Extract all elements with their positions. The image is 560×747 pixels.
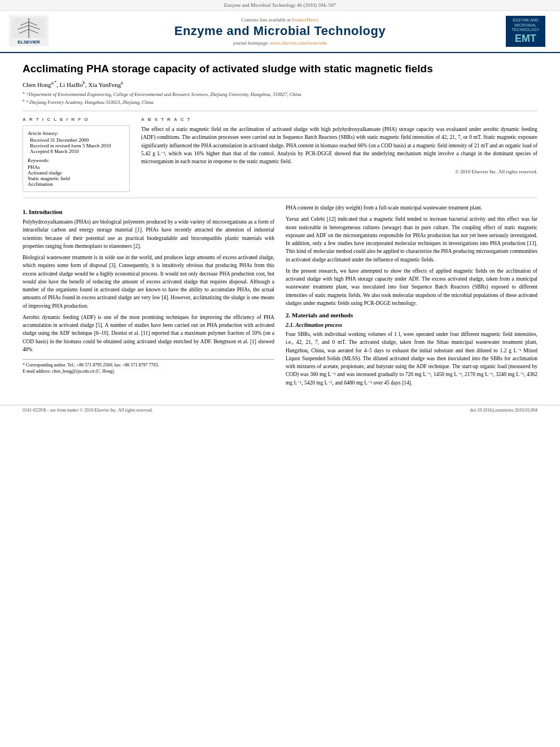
section1-para4-right: PHA content in sludge (dry weight) from … [286, 204, 537, 212]
abstract-col: A B S T R A C T The effect of a static m… [141, 117, 537, 192]
section2-1-heading: 2.1. Acclimation process [286, 322, 537, 328]
journal-header: ELSEVIER Contents lists available at Sci… [0, 11, 560, 53]
doi-line: doi:10.1016/j.enzmictec.2010.03.004 [470, 408, 537, 413]
bottom-bar: 0141-0229/$ – see front matter © 2010 El… [0, 405, 560, 415]
keyword-0: PHAs [28, 164, 125, 170]
keywords-label: Keywords: [28, 158, 125, 163]
keyword-1: Activated sludge [28, 170, 125, 176]
abstract-label: A B S T R A C T [141, 117, 537, 122]
abstract-text: The effect of a static magnetic field on… [141, 125, 537, 165]
contents-line: Contents lists available at ScienceDirec… [54, 17, 506, 23]
received-date: Received 31 December 2009 [30, 137, 125, 143]
footnote1: * Corresponding author. Tel.: +86 571 87… [23, 362, 274, 368]
keyword-3: Acclimation [28, 181, 125, 187]
article-divider [23, 111, 537, 111]
section1-para5-right: Yavuz and Celebi [12] indicated that a m… [286, 215, 537, 264]
affiliation-a: a ᵃ Department of Environmental Engineer… [23, 90, 537, 97]
emt-abbr: EMT [515, 33, 536, 45]
elsevier-logo-container: ELSEVIER [9, 15, 54, 47]
section1-para3: Aerobic dynamic feeding (ADF) is one of … [23, 313, 274, 353]
elsevier-logo-icon: ELSEVIER [9, 15, 49, 46]
emt-logo-container: ENZYME ANDMICROBIALTECHNOLOGY EMT [506, 16, 551, 47]
article-content: Acclimating PHA storage capacity of acti… [0, 53, 560, 399]
footnote-divider [23, 359, 274, 360]
journal-title: Enzyme and Microbial Technology [54, 24, 506, 38]
article-title: Acclimating PHA storage capacity of acti… [23, 62, 537, 76]
body-section: 1. Introduction Polyhydroxyalkanoates (P… [23, 204, 537, 390]
article-info-box: Article history: Received 31 December 20… [23, 125, 130, 192]
article-history-label: Article history: [28, 130, 125, 136]
article-info-col: A R T I C L E I N F O Article history: R… [23, 117, 130, 192]
keywords-group: Keywords: PHAs Activated sludge Static m… [28, 158, 125, 187]
svg-text:ELSEVIER: ELSEVIER [18, 40, 40, 45]
issn-line: 0141-0229/$ – see front matter © 2010 El… [23, 408, 153, 413]
keyword-2: Static magnetic field [28, 176, 125, 181]
article-info-label: A R T I C L E I N F O [23, 117, 130, 122]
copyright-line: © 2010 Elsevier Inc. All rights reserved… [141, 169, 537, 174]
emt-logo-icon: ENZYME ANDMICROBIALTECHNOLOGY EMT [506, 16, 545, 47]
author-chen: Chen Honga,*, Li HaiBob, Xia YunFenga [23, 81, 123, 88]
sciencedirect-link[interactable]: ScienceDirect [292, 17, 319, 23]
revised-date: Received in revised form 5 March 2010 [30, 143, 125, 148]
section1-para1: Polyhydroxyalkanoates (PHAs) are biologi… [23, 218, 274, 250]
info-abstract-section: A R T I C L E I N F O Article history: R… [23, 117, 537, 192]
section1-para6-right: In the present research, we have attempt… [286, 267, 537, 307]
affiliation-b: b ᵇ Zhejiang Forestry Academy, Hangzhou … [23, 98, 537, 105]
section2-heading: 2. Materials and methods [286, 312, 537, 318]
page-wrapper: Enzyme and Microbial Technology 46 (2010… [0, 0, 560, 747]
section2-1-para: Four SBRs, with individual working volum… [286, 330, 537, 387]
journal-homepage: journal homepage: www.elsevier.com/locat… [54, 40, 506, 46]
article-history-group: Article history: Received 31 December 20… [28, 130, 125, 154]
journal-citation: Enzyme and Microbial Technology 46 (2010… [224, 2, 336, 8]
section1-para2: Biological wastewater treatment is in wi… [23, 254, 274, 310]
section1-heading: 1. Introduction [23, 208, 274, 215]
authors: Chen Honga,*, Li HaiBob, Xia YunFenga [23, 81, 537, 89]
footnote2: E-mail address: chen_hong@zju.edu.cn (C.… [23, 368, 274, 374]
journal-header-center: Contents lists available at ScienceDirec… [54, 17, 506, 46]
body-left-col: 1. Introduction Polyhydroxyalkanoates (P… [23, 204, 274, 390]
accepted-date: Accepted 8 March 2010 [30, 148, 125, 154]
body-divider [23, 198, 537, 198]
journal-url[interactable]: www.elsevier.com/locate/emt [270, 40, 327, 46]
body-right-col: PHA content in sludge (dry weight) from … [286, 204, 537, 390]
top-bar: Enzyme and Microbial Technology 46 (2010… [0, 0, 560, 11]
